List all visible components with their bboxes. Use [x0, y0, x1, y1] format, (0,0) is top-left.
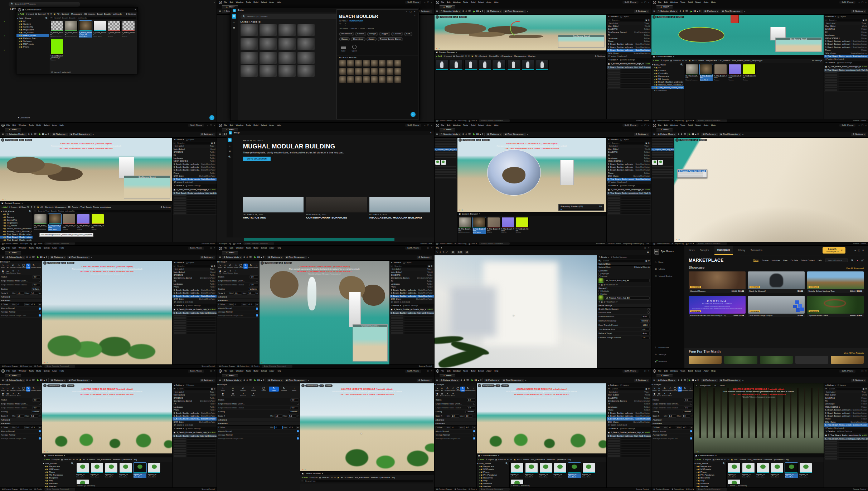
folder-icon[interactable]: ▣ — [645, 388, 647, 390]
content-drawer-button[interactable]: ▤ Content Drawer — [219, 365, 235, 368]
minimize-icon[interactable]: – — [641, 370, 642, 373]
foliage-tool-remove[interactable]: ×Remove — [662, 392, 668, 397]
tab-main-level[interactable]: ▲Main* — [440, 374, 455, 378]
tab-world-settings[interactable]: ◍ World Settings — [185, 304, 200, 307]
import-button[interactable]: ⇓ Import — [51, 458, 60, 461]
folder-icon[interactable]: ▣ — [645, 19, 647, 21]
mode-dropdown[interactable]: ✿Foliage Mode▾ — [656, 379, 677, 382]
foliage-tool-all[interactable]: ∷All — [440, 387, 444, 392]
reset-icon[interactable]: ↩ — [256, 303, 258, 306]
close-icon[interactable]: × — [443, 383, 444, 386]
outliner-search-input[interactable]: Search... — [828, 388, 862, 390]
minimize-icon[interactable]: – — [858, 124, 859, 127]
details-add-button[interactable]: + Add — [862, 434, 867, 437]
cb-search-input[interactable]: Search Beach_Boulder_wc0medv — [53, 17, 136, 19]
add-button[interactable]: + Add — [478, 458, 484, 461]
console-input[interactable]: Enter Console Command — [479, 488, 510, 491]
cb-tree-item[interactable]: ▸▣Megascans — [651, 75, 684, 78]
gear-icon[interactable]: ⚙ — [214, 388, 215, 390]
asset-card[interactable]: T_Beach_Boulder...Texture — [122, 21, 135, 38]
foliage-tool-select[interactable]: ↖Select — [1, 264, 5, 269]
viewport-menu-icon[interactable]: ≡ — [478, 384, 481, 387]
close-icon[interactable]: × — [414, 10, 416, 13]
min-input[interactable]: -1 — [274, 426, 283, 429]
gear-icon[interactable]: ⚙ — [648, 19, 650, 21]
min-input[interactable]: -1 — [16, 303, 25, 306]
menu-edit[interactable]: Edit — [229, 1, 233, 4]
asset-card[interactable]: T_Thai_Beach_Rocks...Texture — [714, 64, 727, 81]
breadcrumb-item[interactable]: pandanus — [557, 458, 566, 461]
status-item[interactable]: Source Control — [202, 365, 215, 368]
outliner-search-input[interactable]: Search... — [393, 265, 427, 267]
browse-icon[interactable]: ⟲ — [598, 301, 600, 303]
foliage-tool-reapply[interactable]: ↻Reapply — [465, 387, 471, 392]
menu-select[interactable]: Select — [44, 370, 50, 373]
menu-actor[interactable]: Actor — [269, 247, 274, 250]
viewport[interactable]: ≡PerspectiveLitShowCineCamera_Scene1x y … — [651, 15, 824, 55]
outliner-row[interactable]: LandscapeFolder — [607, 37, 651, 40]
foliage-tool-single[interactable]: ↓Single — [688, 387, 693, 392]
tab-outliner[interactable]: ≡ Outliner × — [608, 15, 619, 18]
platforms-dropdown[interactable]: ▦Platforms▾ — [701, 133, 718, 136]
platforms-dropdown[interactable]: ▦Platforms▾ — [484, 379, 500, 382]
pixel-streaming-dropdown[interactable]: ▣Pixel Streaming▾ — [69, 133, 92, 136]
move-icon[interactable]: ✛ — [440, 251, 441, 254]
outliner-row[interactable]: LandscapeFolder — [173, 406, 217, 408]
mkt-nav-home[interactable]: Home — [753, 259, 759, 262]
breadcrumb[interactable]: All›Content›PN_Pandanus›Meshes›pandanus›… — [734, 458, 789, 461]
cb-tree-item[interactable]: ▸▣Content — [16, 23, 49, 25]
menu-select[interactable]: Select — [44, 247, 50, 250]
maximize-icon[interactable]: ▢ — [644, 124, 646, 127]
mesh-thumb[interactable] — [658, 160, 663, 165]
menu-edit[interactable]: Edit — [13, 124, 16, 127]
menu-build[interactable]: Build — [36, 124, 41, 127]
breadcrumb-item[interactable]: Megascans — [55, 206, 66, 209]
viewport-pill-lit[interactable]: Lit — [476, 139, 481, 141]
mode-dropdown[interactable]: ✿Foliage Mode▾ — [656, 133, 677, 136]
menu-tools[interactable]: Tools — [680, 370, 685, 373]
window-controls[interactable]: –▢× — [424, 1, 432, 4]
foliage-tool-deselect[interactable]: ⊘Deselect — [10, 387, 16, 392]
minimize-icon[interactable]: – — [424, 370, 425, 373]
max-input[interactable]: -0.5 — [247, 303, 256, 306]
window-controls[interactable]: –▢× — [337, 10, 418, 14]
cb-tree-item[interactable]: ▸▣All — [0, 213, 33, 216]
foliage-tool-all[interactable]: ∷All — [5, 264, 10, 269]
gear-icon[interactable]: ⚙ — [865, 19, 867, 21]
menu-window[interactable]: Window — [19, 124, 26, 127]
menu-file[interactable]: File — [658, 124, 661, 127]
cb-source-row[interactable]: ▾ SoM_Phone🔍 — [651, 63, 684, 66]
asset-card[interactable] — [507, 60, 520, 70]
checkbox[interactable] — [690, 430, 692, 432]
forward-icon[interactable]: ⟳ — [334, 476, 336, 479]
menu-select[interactable]: Select — [478, 1, 484, 4]
select-icon[interactable]: ↖ — [436, 251, 438, 254]
filter-icon[interactable]: ≔ — [174, 388, 176, 390]
checkbox[interactable] — [256, 308, 258, 310]
close-icon[interactable]: × — [862, 249, 864, 252]
free-product-thumb[interactable] — [724, 356, 757, 364]
free-product-thumb[interactable] — [831, 356, 864, 364]
viewport-pill-show[interactable]: Show — [25, 139, 33, 141]
foliage-tool-invalid[interactable]: ⚠Invalid — [16, 264, 21, 269]
menu-build[interactable]: Build — [253, 1, 258, 4]
cb-tree-item[interactable]: ▸▣ControlRig — [16, 25, 49, 28]
asset-card[interactable]: bigplant_04Static Mesh — [119, 463, 132, 478]
tab-outliner[interactable]: ≡ Outliner × — [174, 261, 184, 264]
filter-icon[interactable]: ≔ — [608, 388, 610, 390]
viewport-pill-perspective[interactable]: Perspective — [305, 384, 319, 387]
section-header[interactable]: Advanced — [217, 295, 259, 299]
status-item[interactable]: Source Control — [636, 488, 649, 491]
material-name-field[interactable]: MI_Tropical_Palm_rkqj_Bill — [605, 296, 650, 300]
tab-main-level[interactable]: ▲Main* — [656, 5, 672, 9]
cb-tree-item[interactable]: ▸▣Blueprints — [42, 476, 75, 479]
outliner-row[interactable]: S_Beach_Boulder_wc0medv_high_Var2StaticM… — [607, 46, 651, 49]
max-input[interactable]: -0.5 — [30, 303, 38, 306]
foliage-tool-move[interactable]: +Move — [451, 392, 455, 397]
related-asset-thumb[interactable] — [379, 68, 385, 75]
min-input[interactable]: -1 — [16, 426, 25, 429]
content-browser-tab[interactable]: ▣ Content Browser × — [694, 454, 824, 457]
menu-window[interactable]: Window — [236, 1, 243, 4]
foliage-tool-select[interactable]: ↖Select — [218, 387, 228, 392]
pause-button[interactable]: ▮▮ — [476, 10, 479, 13]
